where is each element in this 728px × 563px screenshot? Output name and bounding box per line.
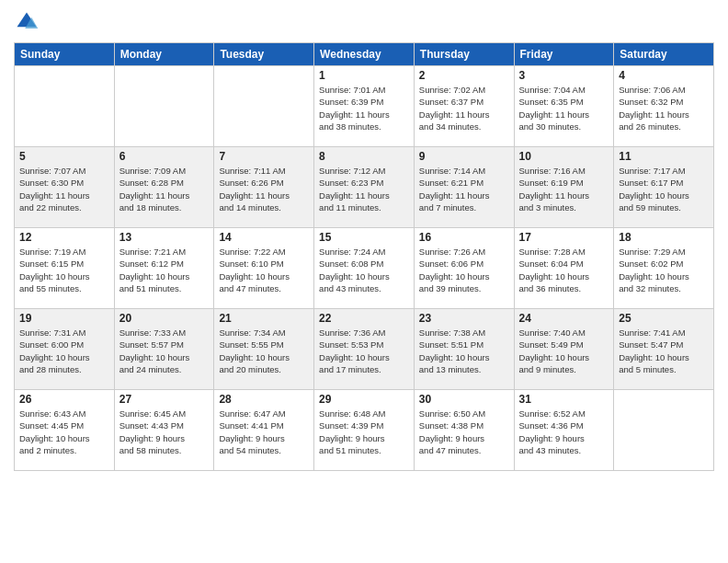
day-number: 28 (219, 393, 309, 406)
day-info: Sunrise: 6:43 AMSunset: 4:45 PMDaylight:… (19, 408, 109, 456)
day-info: Sunrise: 7:04 AMSunset: 6:35 PMDaylight:… (519, 84, 609, 132)
calendar-cell: 23Sunrise: 7:38 AMSunset: 5:51 PMDayligh… (414, 309, 514, 390)
calendar-cell: 14Sunrise: 7:22 AMSunset: 6:10 PMDayligh… (214, 228, 314, 309)
day-info: Sunrise: 6:52 AMSunset: 4:36 PMDaylight:… (519, 408, 609, 456)
day-info: Sunrise: 6:47 AMSunset: 4:41 PMDaylight:… (219, 408, 309, 456)
week-row: 1Sunrise: 7:01 AMSunset: 6:39 PMDaylight… (15, 66, 714, 147)
day-info: Sunrise: 7:01 AMSunset: 6:39 PMDaylight:… (319, 84, 409, 132)
day-info: Sunrise: 7:19 AMSunset: 6:15 PMDaylight:… (19, 246, 109, 294)
calendar-cell: 1Sunrise: 7:01 AMSunset: 6:39 PMDaylight… (314, 66, 415, 147)
day-number: 2 (419, 69, 509, 82)
day-number: 15 (319, 231, 409, 244)
day-number: 16 (419, 231, 509, 244)
day-number: 19 (19, 312, 109, 325)
day-number: 6 (119, 150, 210, 163)
day-header-friday: Friday (514, 43, 614, 66)
calendar-cell (15, 66, 115, 147)
calendar-cell: 17Sunrise: 7:28 AMSunset: 6:04 PMDayligh… (514, 228, 614, 309)
calendar-cell (214, 66, 314, 147)
week-row: 5Sunrise: 7:07 AMSunset: 6:30 PMDaylight… (15, 147, 714, 228)
calendar-cell: 26Sunrise: 6:43 AMSunset: 4:45 PMDayligh… (15, 390, 115, 471)
day-number: 18 (619, 231, 709, 244)
calendar-cell: 22Sunrise: 7:36 AMSunset: 5:53 PMDayligh… (314, 309, 415, 390)
calendar-cell: 24Sunrise: 7:40 AMSunset: 5:49 PMDayligh… (514, 309, 614, 390)
calendar-cell: 11Sunrise: 7:17 AMSunset: 6:17 PMDayligh… (614, 147, 714, 228)
day-number: 22 (319, 312, 409, 325)
day-info: Sunrise: 7:31 AMSunset: 6:00 PMDaylight:… (19, 327, 109, 375)
day-number: 20 (119, 312, 210, 325)
week-row: 26Sunrise: 6:43 AMSunset: 4:45 PMDayligh… (15, 390, 714, 471)
day-header-thursday: Thursday (414, 43, 514, 66)
day-info: Sunrise: 7:12 AMSunset: 6:23 PMDaylight:… (319, 165, 409, 213)
day-number: 31 (519, 393, 609, 406)
day-info: Sunrise: 7:28 AMSunset: 6:04 PMDaylight:… (519, 246, 609, 294)
day-info: Sunrise: 7:24 AMSunset: 6:08 PMDaylight:… (319, 246, 409, 294)
day-number: 7 (219, 150, 309, 163)
calendar-cell: 15Sunrise: 7:24 AMSunset: 6:08 PMDayligh… (314, 228, 415, 309)
day-header-monday: Monday (114, 43, 214, 66)
logo (14, 9, 43, 35)
calendar-cell: 20Sunrise: 7:33 AMSunset: 5:57 PMDayligh… (114, 309, 214, 390)
header (14, 9, 714, 35)
day-number: 29 (319, 393, 409, 406)
days-row: SundayMondayTuesdayWednesdayThursdayFrid… (15, 43, 714, 66)
calendar-cell: 25Sunrise: 7:41 AMSunset: 5:47 PMDayligh… (614, 309, 714, 390)
day-header-wednesday: Wednesday (314, 43, 415, 66)
calendar-cell (614, 390, 714, 471)
day-info: Sunrise: 7:07 AMSunset: 6:30 PMDaylight:… (19, 165, 109, 213)
day-number: 3 (519, 69, 609, 82)
day-info: Sunrise: 7:34 AMSunset: 5:55 PMDaylight:… (219, 327, 309, 375)
calendar-cell: 2Sunrise: 7:02 AMSunset: 6:37 PMDaylight… (414, 66, 514, 147)
week-row: 12Sunrise: 7:19 AMSunset: 6:15 PMDayligh… (15, 228, 714, 309)
calendar-cell: 16Sunrise: 7:26 AMSunset: 6:06 PMDayligh… (414, 228, 514, 309)
calendar-cell: 6Sunrise: 7:09 AMSunset: 6:28 PMDaylight… (114, 147, 214, 228)
logo-icon (14, 9, 40, 35)
day-info: Sunrise: 7:06 AMSunset: 6:32 PMDaylight:… (619, 84, 709, 132)
day-number: 30 (419, 393, 509, 406)
day-info: Sunrise: 7:14 AMSunset: 6:21 PMDaylight:… (419, 165, 509, 213)
calendar-cell: 5Sunrise: 7:07 AMSunset: 6:30 PMDaylight… (15, 147, 115, 228)
calendar-cell: 31Sunrise: 6:52 AMSunset: 4:36 PMDayligh… (514, 390, 614, 471)
day-header-sunday: Sunday (15, 43, 115, 66)
day-info: Sunrise: 7:16 AMSunset: 6:19 PMDaylight:… (519, 165, 609, 213)
calendar: SundayMondayTuesdayWednesdayThursdayFrid… (14, 42, 714, 471)
calendar-cell: 13Sunrise: 7:21 AMSunset: 6:12 PMDayligh… (114, 228, 214, 309)
day-info: Sunrise: 7:11 AMSunset: 6:26 PMDaylight:… (219, 165, 309, 213)
calendar-cell (114, 66, 214, 147)
day-info: Sunrise: 7:33 AMSunset: 5:57 PMDaylight:… (119, 327, 210, 375)
calendar-cell: 28Sunrise: 6:47 AMSunset: 4:41 PMDayligh… (214, 390, 314, 471)
day-number: 27 (119, 393, 210, 406)
calendar-header: SundayMondayTuesdayWednesdayThursdayFrid… (15, 43, 714, 66)
day-number: 21 (219, 312, 309, 325)
day-number: 11 (619, 150, 709, 163)
calendar-cell: 19Sunrise: 7:31 AMSunset: 6:00 PMDayligh… (15, 309, 115, 390)
day-number: 25 (619, 312, 709, 325)
day-info: Sunrise: 7:38 AMSunset: 5:51 PMDaylight:… (419, 327, 509, 375)
calendar-cell: 18Sunrise: 7:29 AMSunset: 6:02 PMDayligh… (614, 228, 714, 309)
day-info: Sunrise: 6:50 AMSunset: 4:38 PMDaylight:… (419, 408, 509, 456)
calendar-cell: 8Sunrise: 7:12 AMSunset: 6:23 PMDaylight… (314, 147, 415, 228)
day-number: 13 (119, 231, 210, 244)
day-info: Sunrise: 7:21 AMSunset: 6:12 PMDaylight:… (119, 246, 210, 294)
day-number: 10 (519, 150, 609, 163)
day-number: 12 (19, 231, 109, 244)
day-number: 8 (319, 150, 409, 163)
calendar-cell: 7Sunrise: 7:11 AMSunset: 6:26 PMDaylight… (214, 147, 314, 228)
calendar-cell: 12Sunrise: 7:19 AMSunset: 6:15 PMDayligh… (15, 228, 115, 309)
day-number: 4 (619, 69, 709, 82)
week-row: 19Sunrise: 7:31 AMSunset: 6:00 PMDayligh… (15, 309, 714, 390)
day-info: Sunrise: 6:45 AMSunset: 4:43 PMDaylight:… (119, 408, 210, 456)
day-number: 17 (519, 231, 609, 244)
day-info: Sunrise: 7:29 AMSunset: 6:02 PMDaylight:… (619, 246, 709, 294)
day-number: 23 (419, 312, 509, 325)
day-number: 26 (19, 393, 109, 406)
calendar-cell: 10Sunrise: 7:16 AMSunset: 6:19 PMDayligh… (514, 147, 614, 228)
day-number: 1 (319, 69, 409, 82)
calendar-cell: 27Sunrise: 6:45 AMSunset: 4:43 PMDayligh… (114, 390, 214, 471)
day-info: Sunrise: 7:22 AMSunset: 6:10 PMDaylight:… (219, 246, 309, 294)
day-number: 9 (419, 150, 509, 163)
day-info: Sunrise: 7:40 AMSunset: 5:49 PMDaylight:… (519, 327, 609, 375)
calendar-cell: 30Sunrise: 6:50 AMSunset: 4:38 PMDayligh… (414, 390, 514, 471)
page: SundayMondayTuesdayWednesdayThursdayFrid… (0, 0, 728, 563)
day-info: Sunrise: 7:17 AMSunset: 6:17 PMDaylight:… (619, 165, 709, 213)
